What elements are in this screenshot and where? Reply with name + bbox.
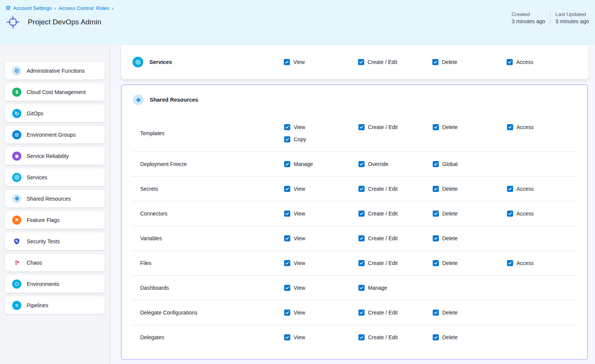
permission-files-access[interactable]: Access — [507, 260, 581, 266]
target-crosshair-icon — [6, 15, 20, 29]
breadcrumb-access-control-roles[interactable]: Access Control: Roles — [59, 5, 109, 11]
permission-connectors-delete[interactable]: Delete — [433, 211, 507, 217]
checkbox-services-delete[interactable] — [432, 59, 438, 65]
sidebar-item-service-reliability[interactable]: ◉ Service Reliability — [5, 147, 105, 165]
checkbox-secrets-access[interactable] — [507, 186, 513, 192]
checkbox-templates-access[interactable] — [507, 124, 513, 130]
checkbox-deployment-freeze-global[interactable] — [433, 161, 439, 167]
sidebar-item-pipelines[interactable]: ≈ Pipelines — [5, 296, 105, 314]
checkbox-connectors-access[interactable] — [507, 211, 513, 217]
checkbox-delegates-delete[interactable] — [433, 334, 439, 340]
sidebar-item-gitops[interactable]: ↻ GitOps — [5, 104, 105, 122]
sidebar-item-feature-flags[interactable]: ⚑ Feature Flags — [5, 211, 105, 229]
chaos-icon — [12, 258, 21, 267]
permission-templates-delete[interactable]: Delete — [433, 124, 507, 130]
checkbox-services-access[interactable] — [507, 59, 513, 65]
permission-delegates-delete[interactable]: Delete — [433, 334, 507, 340]
sidebar-item-chaos[interactable]: Chaos — [5, 254, 105, 271]
services-permission-card: Services View Create / Edit Delete Acces… — [121, 45, 589, 79]
services-icon — [12, 173, 21, 182]
checkbox-variables-delete[interactable] — [433, 235, 439, 241]
checkbox-connectors-view[interactable] — [284, 211, 290, 217]
permission-dashboards-view[interactable]: View — [284, 285, 358, 291]
last-updated-meta: Last Updated 3 minutes ago — [555, 11, 589, 25]
resource-label: Delegate Configurations — [140, 310, 284, 316]
permission-secrets-create-edit[interactable]: Create / Edit — [358, 186, 433, 192]
permission-files-view[interactable]: View — [284, 260, 358, 266]
breadcrumb-account-settings[interactable]: Account Settings — [13, 5, 51, 11]
sidebar-item-environment-groups[interactable]: ⊚ Environment Groups — [5, 126, 105, 144]
permission-delegate-configurations-view[interactable]: View — [284, 310, 358, 316]
sidebar-item-services[interactable]: Services — [5, 168, 105, 186]
checkbox-files-delete[interactable] — [433, 260, 439, 266]
permission-variables-view[interactable]: View — [284, 235, 358, 241]
permission-templates-access[interactable]: Access — [507, 124, 581, 130]
permission-templates-view[interactable]: View — [284, 124, 358, 130]
sidebar-item-administrative-functions[interactable]: ⚙ Administrative Functions — [5, 62, 105, 80]
permission-delegate-configurations-create-edit[interactable]: Create / Edit — [358, 310, 433, 316]
sidebar-item-cloud-cost-management[interactable]: $ Cloud Cost Management — [5, 83, 105, 101]
checkbox-templates-create-edit[interactable] — [358, 124, 365, 130]
permission-variables-delete[interactable]: Delete — [433, 235, 507, 241]
checkbox-deployment-freeze-override[interactable] — [358, 161, 365, 167]
checkbox-dashboards-view[interactable] — [284, 285, 290, 291]
sidebar-item-shared-resources[interactable]: Shared Resources — [5, 190, 105, 208]
checkbox-templates-delete[interactable] — [433, 124, 439, 130]
checkbox-delegate-configurations-view[interactable] — [284, 310, 290, 316]
permission-services-view[interactable]: View — [284, 59, 358, 65]
checkbox-deployment-freeze-manage[interactable] — [284, 161, 290, 167]
checkbox-templates-copy[interactable] — [284, 136, 290, 142]
permission-files-create-edit[interactable]: Create / Edit — [358, 260, 433, 266]
permission-templates-copy[interactable]: Copy — [284, 136, 358, 142]
checkbox-files-access[interactable] — [507, 260, 513, 266]
checkbox-connectors-delete[interactable] — [433, 211, 439, 217]
permission-deployment-freeze-global[interactable]: Global — [433, 161, 507, 167]
permission-services-access[interactable]: Access — [507, 59, 581, 65]
permission-templates-create-edit[interactable]: Create / Edit — [358, 124, 433, 130]
permission-services-create-edit[interactable]: Create / Edit — [358, 59, 432, 65]
checkbox-secrets-view[interactable] — [284, 186, 290, 192]
permission-delegate-configurations-delete[interactable]: Delete — [433, 310, 507, 316]
checkbox-services-view[interactable] — [284, 59, 290, 65]
checkbox-templates-view[interactable] — [284, 124, 290, 130]
sidebar-item-label: Environment Groups — [27, 132, 75, 138]
checkbox-secrets-delete[interactable] — [433, 186, 439, 192]
permission-secrets-delete[interactable]: Delete — [433, 186, 507, 192]
permission-connectors-view[interactable]: View — [284, 211, 358, 217]
checkbox-secrets-create-edit[interactable] — [358, 186, 365, 192]
permission-variables-create-edit[interactable]: Create / Edit — [358, 235, 433, 241]
shared-resources-icon — [12, 194, 21, 203]
permission-deployment-freeze-override[interactable]: Override — [358, 161, 433, 167]
permission-delegates-create-edit[interactable]: Create / Edit — [358, 334, 433, 340]
permission-services-delete[interactable]: Delete — [432, 59, 507, 65]
permission-files-delete[interactable]: Delete — [433, 260, 507, 266]
permission-dashboards-manage[interactable]: Manage — [358, 285, 433, 291]
permission-connectors-access[interactable]: Access — [507, 211, 581, 217]
checkbox-delegate-configurations-create-edit[interactable] — [358, 310, 365, 316]
permission-delegates-view[interactable]: View — [284, 334, 358, 340]
permission-label: Delete — [442, 334, 457, 340]
sidebar-item-label: Services — [27, 174, 47, 180]
permission-deployment-freeze-manage[interactable]: Manage — [284, 161, 358, 167]
shared-resources-panel: Shared Resources Templates View Create /… — [121, 85, 588, 360]
permission-label: Create / Edit — [368, 260, 398, 266]
created-value: 3 minutes ago — [512, 18, 545, 24]
sidebar-item-security-tests[interactable]: Security Tests — [5, 232, 105, 250]
checkbox-files-create-edit[interactable] — [358, 260, 365, 266]
checkbox-connectors-create-edit[interactable] — [358, 211, 365, 217]
checkbox-dashboards-manage[interactable] — [358, 285, 365, 291]
shared-resources-header: Shared Resources — [122, 85, 587, 115]
checkbox-files-view[interactable] — [284, 260, 290, 266]
sidebar-item-label: GitOps — [27, 110, 43, 117]
checkbox-variables-view[interactable] — [284, 235, 290, 241]
permission-connectors-create-edit[interactable]: Create / Edit — [358, 211, 433, 217]
permission-secrets-view[interactable]: View — [284, 186, 358, 192]
checkbox-delegate-configurations-delete[interactable] — [433, 310, 439, 316]
checkbox-services-create-edit[interactable] — [358, 59, 364, 65]
permission-line: View Manage — [284, 282, 581, 294]
checkbox-delegates-create-edit[interactable] — [358, 334, 365, 340]
sidebar-item-environments[interactable]: ⊙ Environments — [5, 275, 105, 293]
permission-secrets-access[interactable]: Access — [507, 186, 581, 192]
checkbox-variables-create-edit[interactable] — [358, 235, 365, 241]
checkbox-delegates-view[interactable] — [284, 334, 290, 340]
